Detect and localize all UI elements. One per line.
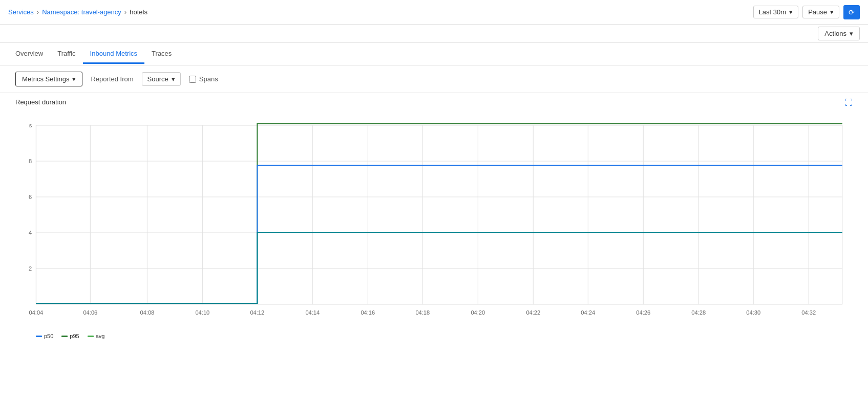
pause-label: Pause xyxy=(808,8,827,16)
toolbar: Metrics Settings ▾ Reported from Source … xyxy=(0,65,868,93)
refresh-icon: ⟳ xyxy=(849,8,855,16)
svg-text:04:20: 04:20 xyxy=(471,309,485,316)
svg-text:04:18: 04:18 xyxy=(415,309,430,316)
svg-text:04:26: 04:26 xyxy=(636,309,650,316)
source-label: Source xyxy=(147,75,168,83)
svg-text:04:30: 04:30 xyxy=(746,309,760,316)
expand-icon[interactable]: ⛶ xyxy=(844,98,853,107)
legend-label-p50: p50 xyxy=(44,333,53,339)
svg-text:s: s xyxy=(29,122,32,128)
spans-checkbox[interactable] xyxy=(189,76,196,83)
chart-svg: s 8 6 4 2 04:04 04:06 04:08 xyxy=(15,110,853,330)
chevron-down-icon-pause: ▾ xyxy=(830,8,834,16)
chart-title: Request duration xyxy=(15,98,66,106)
svg-text:6: 6 xyxy=(29,194,32,200)
svg-text:04:08: 04:08 xyxy=(140,309,154,316)
svg-text:04:28: 04:28 xyxy=(691,309,706,316)
breadcrumb: Services › Namespace: travel-agency › ho… xyxy=(8,8,147,16)
chart-container: Request duration ⛶ s 8 6 4 2 xyxy=(0,93,868,349)
chevron-down-icon-source: ▾ xyxy=(172,75,175,83)
breadcrumb-sep-1: › xyxy=(37,8,39,16)
legend-p95: p95 xyxy=(61,333,79,339)
header: Services › Namespace: travel-agency › ho… xyxy=(0,0,868,25)
legend-label-avg: avg xyxy=(96,333,105,339)
refresh-button[interactable]: ⟳ xyxy=(843,5,860,19)
metrics-settings-button[interactable]: Metrics Settings ▾ xyxy=(15,72,82,86)
header-controls: Last 30m ▾ Pause ▾ ⟳ xyxy=(753,5,860,19)
svg-text:04:10: 04:10 xyxy=(195,309,209,316)
svg-text:2: 2 xyxy=(29,265,32,272)
pause-dropdown[interactable]: Pause ▾ xyxy=(802,6,839,18)
svg-text:04:22: 04:22 xyxy=(526,309,540,316)
spans-label: Spans xyxy=(199,75,218,83)
legend-label-p95: p95 xyxy=(70,333,79,339)
svg-text:8: 8 xyxy=(29,158,32,164)
time-range-label: Last 30m xyxy=(759,8,786,16)
tab-overview[interactable]: Overview xyxy=(8,45,50,64)
legend-color-avg xyxy=(88,336,94,337)
tab-traffic[interactable]: Traffic xyxy=(50,45,82,64)
legend-avg: avg xyxy=(88,333,105,339)
time-range-dropdown[interactable]: Last 30m ▾ xyxy=(753,6,798,18)
svg-text:04:32: 04:32 xyxy=(801,309,816,316)
actions-bar: Actions ▾ xyxy=(0,25,868,43)
svg-text:04:04: 04:04 xyxy=(29,309,43,316)
svg-text:04:12: 04:12 xyxy=(250,309,264,316)
legend-p50: p50 xyxy=(36,333,53,339)
breadcrumb-sep-2: › xyxy=(124,8,126,16)
chevron-down-icon-metrics: ▾ xyxy=(72,75,76,83)
legend-color-p50 xyxy=(36,336,42,337)
chevron-down-icon-actions: ▾ xyxy=(850,30,853,37)
legend-color-p95 xyxy=(61,336,68,337)
metrics-settings-label: Metrics Settings xyxy=(22,75,69,83)
tab-inbound-metrics[interactable]: Inbound Metrics xyxy=(83,45,145,64)
tab-traces[interactable]: Traces xyxy=(144,45,179,64)
source-dropdown[interactable]: Source ▾ xyxy=(142,72,181,86)
chevron-down-icon: ▾ xyxy=(789,8,793,16)
chart-legend: p50 p95 avg xyxy=(15,333,853,339)
svg-text:04:24: 04:24 xyxy=(581,309,595,316)
svg-text:04:06: 04:06 xyxy=(83,309,97,316)
svg-text:04:14: 04:14 xyxy=(305,309,320,316)
spans-toggle[interactable]: Spans xyxy=(189,75,218,83)
svg-text:4: 4 xyxy=(29,230,32,236)
chart-area: s 8 6 4 2 04:04 04:06 04:08 xyxy=(15,110,853,330)
svg-text:04:16: 04:16 xyxy=(361,309,375,316)
breadcrumb-current: hotels xyxy=(130,8,147,16)
breadcrumb-services[interactable]: Services xyxy=(8,8,34,16)
reported-from-label: Reported from xyxy=(91,75,133,83)
breadcrumb-namespace[interactable]: Namespace: travel-agency xyxy=(42,8,121,16)
tabs-bar: Overview Traffic Inbound Metrics Traces xyxy=(0,43,868,65)
actions-button[interactable]: Actions ▾ xyxy=(818,27,860,40)
actions-label: Actions xyxy=(824,30,846,37)
